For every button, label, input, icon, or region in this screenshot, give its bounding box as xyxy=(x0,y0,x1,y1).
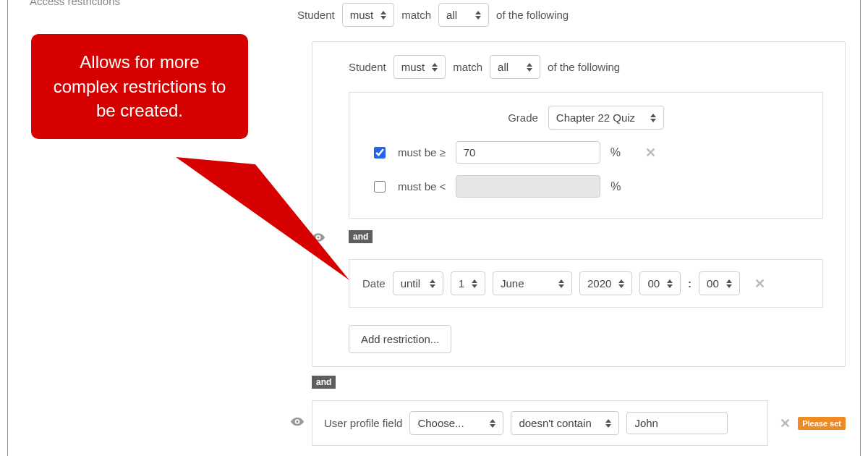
chevron-updown-icon xyxy=(527,63,532,72)
select-profile-field[interactable]: Choose... xyxy=(409,411,503,435)
profile-condition: User profile field Choose... doesn't con… xyxy=(312,400,768,446)
chevron-updown-icon xyxy=(430,279,435,288)
select-must-value: must xyxy=(350,9,374,21)
input-profile-value[interactable] xyxy=(626,412,728,434)
input-max-value xyxy=(456,175,600,198)
select-all-inner[interactable]: all xyxy=(490,55,540,79)
label-grade: Grade xyxy=(508,111,538,124)
inner-match-row: Student must match all of the following xyxy=(349,55,830,79)
input-min-value[interactable] xyxy=(456,141,600,164)
select-must[interactable]: must xyxy=(342,3,395,27)
select-must-inner-value: must xyxy=(401,61,425,73)
label-pct-2: % xyxy=(610,180,621,193)
chevron-updown-icon xyxy=(490,419,495,428)
outer-match-row: Student must match all of the following xyxy=(297,3,846,27)
select-date-year[interactable]: 2020 xyxy=(579,271,632,295)
callout-text: Allows for more complex restrictions to … xyxy=(31,34,248,139)
chevron-updown-icon xyxy=(472,279,477,288)
date-minute-value: 00 xyxy=(707,277,719,290)
date-month-value: June xyxy=(501,277,524,290)
label-match: match xyxy=(401,9,431,21)
label-match-inner: match xyxy=(453,61,482,73)
label-student-inner: Student xyxy=(349,61,386,73)
select-date-hour[interactable]: 00 xyxy=(639,271,681,295)
label-of-following-inner: of the following xyxy=(548,61,620,73)
select-all-value: all xyxy=(446,9,457,21)
select-date-day[interactable]: 1 xyxy=(451,271,485,295)
date-day-value: 1 xyxy=(459,277,464,290)
delete-grade-button[interactable]: ✕ xyxy=(645,145,656,161)
chevron-updown-icon xyxy=(605,419,611,428)
chevron-updown-icon xyxy=(726,279,732,288)
date-condition: Date until 1 June 2020 xyxy=(349,259,823,308)
select-grade-item[interactable]: Chapter 22 Quiz xyxy=(548,106,664,130)
grade-item-value: Chapter 22 Quiz xyxy=(556,111,635,124)
profile-operator-value: doesn't contain xyxy=(519,417,591,429)
chevron-updown-icon xyxy=(475,11,481,20)
profile-condition-row: User profile field Choose... doesn't con… xyxy=(312,400,846,446)
grade-condition: Grade Chapter 22 Quiz must be ≥ % ✕ xyxy=(349,92,823,219)
checkbox-min[interactable] xyxy=(374,147,386,159)
and-connector-outer: and xyxy=(312,376,336,389)
chevron-updown-icon xyxy=(667,279,673,288)
please-set-badge: Please set xyxy=(798,417,846,430)
eye-icon[interactable] xyxy=(290,414,305,432)
select-must-inner[interactable]: must xyxy=(393,55,446,79)
chevron-updown-icon xyxy=(432,63,438,72)
restrictions-form: Student must match all of the following … xyxy=(297,0,846,446)
label-date: Date xyxy=(362,277,386,290)
add-restriction-button[interactable]: Add restriction... xyxy=(349,325,451,353)
label-student: Student xyxy=(297,9,335,21)
select-date-month[interactable]: June xyxy=(493,271,572,295)
delete-date-button[interactable]: ✕ xyxy=(754,276,765,292)
chevron-updown-icon xyxy=(618,279,624,288)
date-direction-value: until xyxy=(401,277,421,290)
label-max: must be < xyxy=(398,180,446,193)
nested-restriction-set: Student must match all of the following … xyxy=(312,41,846,367)
time-colon: : xyxy=(688,277,692,290)
date-hour-value: 00 xyxy=(647,277,660,290)
select-all-inner-value: all xyxy=(498,61,509,73)
select-date-direction[interactable]: until xyxy=(393,271,443,295)
svg-marker-0 xyxy=(176,157,349,280)
label-user-profile-field: User profile field xyxy=(324,417,402,429)
select-date-minute[interactable]: 00 xyxy=(699,271,740,295)
callout-tail xyxy=(125,150,357,309)
label-of-following: of the following xyxy=(496,9,569,21)
select-profile-operator[interactable]: doesn't contain xyxy=(511,411,619,435)
checkbox-max[interactable] xyxy=(374,181,386,193)
date-year-value: 2020 xyxy=(587,277,611,290)
annotation-callout: Allows for more complex restrictions to … xyxy=(31,34,248,139)
page-frame: Access restrictions Allows for more comp… xyxy=(7,0,861,456)
label-min: must be ≥ xyxy=(398,146,446,159)
chevron-updown-icon xyxy=(380,11,386,20)
label-pct: % xyxy=(610,146,621,159)
chevron-updown-icon xyxy=(558,279,564,288)
section-heading: Access restrictions xyxy=(30,0,120,7)
chevron-updown-icon xyxy=(650,114,656,122)
select-all[interactable]: all xyxy=(438,3,489,27)
profile-field-value: Choose... xyxy=(417,417,464,429)
delete-profile-button[interactable]: ✕ xyxy=(780,415,791,431)
